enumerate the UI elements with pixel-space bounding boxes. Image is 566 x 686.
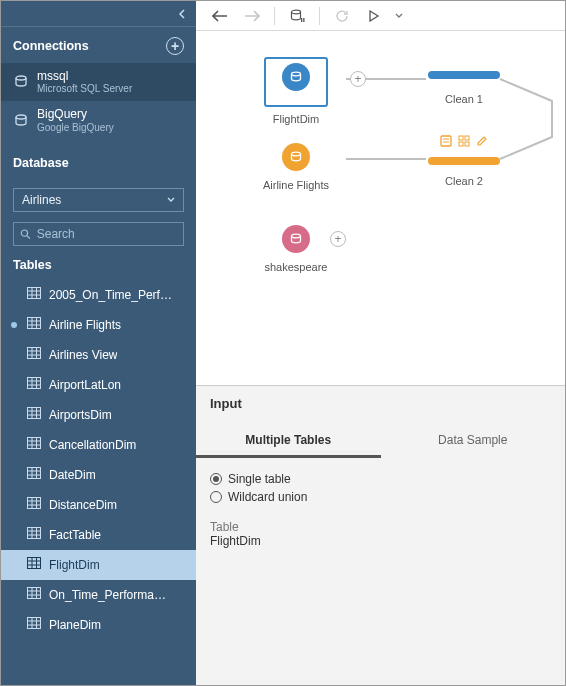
table-item[interactable]: PlaneDim [1,610,196,640]
table-icon [27,497,41,512]
tables-header: Tables [1,254,196,280]
node-flightdim[interactable]: FlightDim [246,57,346,125]
run-menu-button[interactable] [392,4,406,28]
radio-icon [210,491,222,503]
database-header: Database [1,140,196,178]
svg-rect-74 [459,136,463,140]
table-item[interactable]: AirportsDim [1,400,196,430]
svg-line-3 [27,236,30,239]
sidebar-collapse-button[interactable] [1,1,196,27]
database-icon [282,225,310,253]
table-item[interactable]: CancellationDim [1,430,196,460]
connections-header: Connections + [1,27,196,63]
table-icon [27,557,41,572]
toolbar [196,1,565,31]
table-label: On_Time_Performa… [49,588,166,602]
radio-wildcard-union[interactable]: Wildcard union [210,488,551,506]
details-pane: Input Multiple Tables Data Sample Single… [196,385,565,685]
connections-label: Connections [13,39,89,53]
table-field-label: Table [210,520,551,534]
svg-point-0 [16,76,26,80]
database-icon [13,74,29,90]
database-pause-icon [289,8,305,24]
table-icon [27,377,41,392]
data-pause-button[interactable] [283,4,311,28]
chevron-down-icon [167,197,175,203]
database-label: Database [13,156,69,170]
node-airline-flights[interactable]: Airline Flights [246,143,346,191]
tables-label: Tables [13,258,52,272]
connection-type: Microsoft SQL Server [37,83,132,95]
table-item[interactable]: FlightDim [1,550,196,580]
database-icon [13,113,29,129]
table-label: Airline Flights [49,318,121,332]
table-item[interactable]: On_Time_Performa… [1,580,196,610]
details-title: Input [196,386,565,415]
database-icon [282,63,310,91]
table-item[interactable]: FactTable [1,520,196,550]
svg-rect-65 [301,18,302,22]
table-icon [27,587,41,602]
table-label: FlightDim [49,558,100,572]
table-icon [27,437,41,452]
radio-label: Wildcard union [228,490,307,504]
refresh-button[interactable] [328,4,356,28]
search-icon [20,228,31,240]
back-button[interactable] [206,4,234,28]
node-clean2[interactable]: Clean 2 [414,135,514,187]
node-clean1[interactable]: Clean 1 [414,61,514,105]
table-item[interactable]: Airline Flights [1,310,196,340]
active-dot-icon [11,322,17,328]
svg-rect-24 [28,408,41,419]
tab-panel: Single table Wildcard union Table Flight… [196,458,565,560]
table-label: DateDim [49,468,96,482]
svg-rect-29 [28,438,41,449]
grid-icon [458,135,470,147]
node-shakespeare[interactable]: shakespeare [246,225,346,273]
connection-name: mssql [37,69,132,83]
filter-icon [440,135,452,147]
table-item[interactable]: AirportLatLon [1,370,196,400]
table-icon [27,347,41,362]
connection-item-mssql[interactable]: mssql Microsoft SQL Server [1,63,196,101]
connection-item-bigquery[interactable]: BigQuery Google BigQuery [1,101,196,139]
table-item[interactable]: DateDim [1,460,196,490]
table-label: DistanceDim [49,498,117,512]
add-connection-button[interactable]: + [166,37,184,55]
edit-icon [476,135,488,147]
table-item[interactable]: 2005_On_Time_Perf… [1,280,196,310]
svg-point-69 [292,72,301,76]
node-label: Clean 2 [414,175,514,187]
run-button[interactable] [360,4,388,28]
svg-rect-71 [441,136,451,146]
table-icon [27,407,41,422]
radio-single-table[interactable]: Single table [210,470,551,488]
svg-rect-76 [459,142,463,146]
svg-rect-66 [303,18,304,22]
svg-rect-54 [28,588,41,599]
add-step-button[interactable]: + [330,231,346,247]
chevron-left-icon [178,9,186,19]
node-label: Airline Flights [246,179,346,191]
add-step-button[interactable]: + [350,71,366,87]
table-label: Airlines View [49,348,117,362]
node-label: shakespeare [246,261,346,273]
table-item[interactable]: DistanceDim [1,490,196,520]
database-select[interactable]: Airlines [13,188,184,212]
table-icon [27,317,41,332]
forward-button[interactable] [238,4,266,28]
database-selected: Airlines [22,193,61,207]
radio-label: Single table [228,472,291,486]
svg-rect-77 [465,142,469,146]
arrow-right-icon [244,9,260,23]
flow-canvas[interactable]: FlightDim + Clean 1 Airline Flights [196,31,565,385]
search-input-wrap[interactable] [13,222,184,246]
svg-point-1 [16,115,26,119]
table-icon [27,617,41,632]
tab-data-sample[interactable]: Data Sample [381,425,566,458]
search-input[interactable] [37,227,177,241]
table-item[interactable]: Airlines View [1,340,196,370]
svg-rect-59 [28,618,41,629]
tab-multiple-tables[interactable]: Multiple Tables [196,425,381,458]
toolbar-separator [319,7,320,25]
